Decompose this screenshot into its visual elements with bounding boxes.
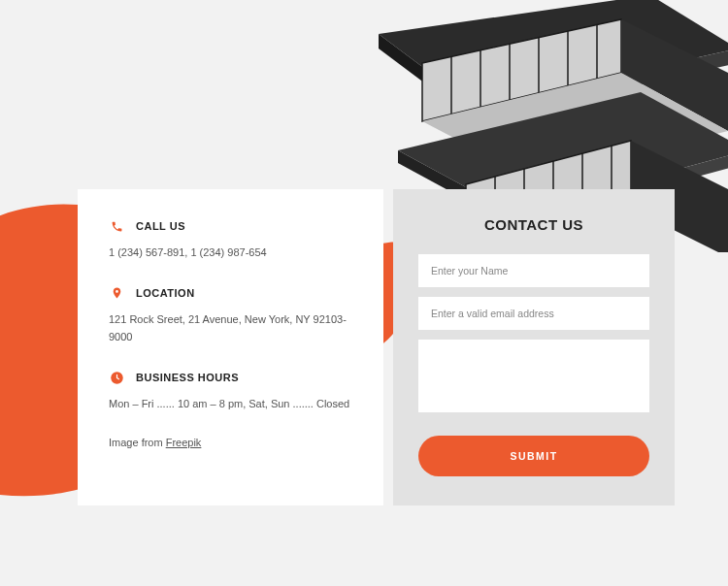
submit-button[interactable]: SUBMIT [418,436,649,476]
hours-text: Mon – Fri ...... 10 am – 8 pm, Sat, Sun … [109,395,352,413]
email-input[interactable] [418,297,649,330]
info-panel: CALL US 1 (234) 567-891, 1 (234) 987-654… [78,189,383,505]
main-content: CALL US 1 (234) 567-891, 1 (234) 987-654… [78,189,675,505]
location-block: LOCATION 121 Rock Sreet, 21 Avenue, New … [109,285,352,346]
message-textarea[interactable] [418,340,649,412]
name-input[interactable] [418,254,649,287]
call-us-text: 1 (234) 567-891, 1 (234) 987-654 [109,244,352,262]
hours-block: BUSINESS HOURS Mon – Fri ...... 10 am – … [109,370,352,413]
phone-icon [109,218,124,234]
call-us-block: CALL US 1 (234) 567-891, 1 (234) 987-654 [109,218,352,262]
form-title: CONTACT US [418,216,649,233]
location-text: 121 Rock Sreet, 21 Avenue, New York, NY … [109,310,352,346]
credit-link[interactable]: Freepik [166,437,202,448]
image-credit: Image from Freepik [109,437,352,448]
hours-title: BUSINESS HOURS [136,372,239,383]
map-pin-icon [109,285,124,301]
contact-form-panel: CONTACT US SUBMIT [393,189,675,505]
clock-icon [109,370,124,385]
location-title: LOCATION [136,287,195,299]
call-us-title: CALL US [136,220,185,232]
